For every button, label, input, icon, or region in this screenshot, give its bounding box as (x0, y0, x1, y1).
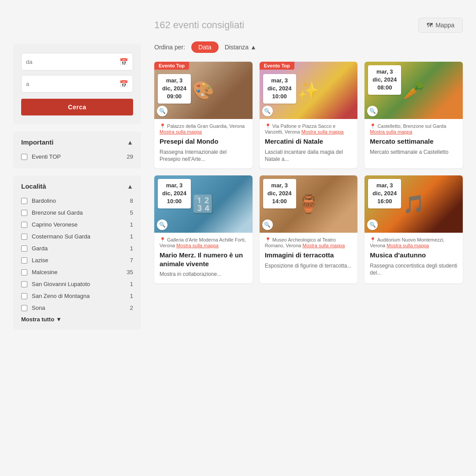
sort-distance-arrow-icon: ▲ (250, 44, 257, 51)
date-month-year: dic, 2024 (372, 190, 397, 197)
map-link[interactable]: Mostra sulla mappa (176, 243, 219, 248)
event-card[interactable]: mar, 3 dic, 2024 16:00 🔍 📍 Auditorium Nu… (364, 175, 463, 283)
filter-locality-item: Costermano Sul Garda 1 (21, 232, 133, 241)
main-content: 162 eventi consigliati 🗺 Mappa Ordina pe… (154, 18, 463, 458)
eventi-top-count: 29 (127, 153, 133, 160)
locality-label-8: San Zeno di Montagna (32, 293, 90, 299)
date-badge: mar, 3 dic, 2024 10:00 (158, 179, 191, 208)
event-card[interactable]: Evento Top mar, 3 dic, 2024 09:00 🔍 📍 Pa… (154, 62, 253, 168)
image-search-icon[interactable]: 🔍 (157, 106, 167, 116)
cerca-button[interactable]: Cerca (21, 99, 133, 115)
image-search-icon[interactable]: 🔍 (367, 106, 378, 116)
date-day: mar, 3 (268, 182, 292, 190)
date-from-field[interactable]: 📅 (21, 53, 133, 71)
date-time: 10:00 (268, 93, 292, 100)
map-link[interactable]: Mostra sulla mappa (370, 129, 412, 134)
sort-data-button[interactable]: Data (191, 41, 219, 53)
location-pin-icon: 📍 (265, 123, 271, 129)
localita-chevron[interactable]: ▲ (127, 183, 133, 190)
localita-title: Località (21, 182, 46, 190)
locality-count-3: 1 (130, 233, 133, 240)
sort-distance-label: Distanza (225, 44, 249, 51)
calendar-to-icon[interactable]: 📅 (119, 80, 128, 88)
card-image: mar, 3 dic, 2024 10:00 🔍 (154, 175, 253, 233)
card-title: Mario Merz. Il numero è un animale viven… (160, 251, 247, 268)
image-search-icon[interactable]: 🔍 (157, 219, 167, 230)
card-location: 📍 Palazzo della Gran Guardia, Verona Mos… (160, 123, 247, 134)
page-wrapper: 📅 📅 Cerca Importanti ▲ Eventi TOP (0, 0, 476, 476)
locality-count-7: 1 (130, 281, 133, 287)
filter-locality-item: Lazise 7 (21, 256, 133, 265)
card-description: Mercato settimanale a Castelletto (370, 149, 457, 156)
sort-distance-button[interactable]: Distanza ▲ (225, 44, 257, 51)
locality-count-9: 2 (130, 305, 133, 311)
card-description: Rassegna concertistica degli studenti de… (370, 262, 457, 277)
locality-list: Bardolino 8 Brenzone sul Garda 5 Caprino… (21, 196, 133, 312)
sort-label: Ordina per: (154, 44, 185, 51)
locality-count-0: 8 (130, 197, 133, 204)
map-link[interactable]: Mostra sulla mappa (160, 129, 202, 134)
location-pin-icon: 📍 (265, 237, 271, 242)
filter-locality-item: Garda 1 (21, 244, 133, 253)
date-to-field[interactable]: 📅 (21, 75, 133, 93)
card-body: 📍 Palazzo della Gran Guardia, Verona Mos… (154, 119, 253, 168)
card-body: 📍 Museo Archeologico al Teatro Romano, V… (260, 233, 358, 283)
locality-count-1: 5 (130, 209, 133, 216)
card-title: Immagini di terracotta (265, 251, 353, 260)
event-card[interactable]: mar, 3 dic, 2024 08:00 🔍 📍 Castelletto, … (364, 62, 463, 168)
map-link[interactable]: Mostra sulla mappa (387, 243, 429, 248)
locality-checkbox-5[interactable] (21, 257, 27, 264)
mostra-tutto-button[interactable]: Mostra tutto ▼ (21, 316, 133, 323)
main-header: 162 eventi consigliati 🗺 Mappa (154, 18, 463, 33)
locality-label-5: Lazise (32, 257, 48, 264)
locality-checkbox-7[interactable] (21, 281, 27, 287)
map-link[interactable]: Mostra sulla mappa (302, 243, 345, 248)
locality-count-4: 1 (130, 245, 133, 252)
date-to-input[interactable] (26, 81, 119, 87)
event-card[interactable]: mar, 3 dic, 2024 10:00 🔍 📍 Galleria d'Ar… (154, 175, 253, 283)
locality-checkbox-9[interactable] (21, 305, 27, 311)
mostra-tutto-label: Mostra tutto (21, 316, 54, 323)
locality-checkbox-3[interactable] (21, 234, 27, 240)
card-body: 📍 Castelletto, Brenzone sul Garda Mostra… (364, 119, 463, 168)
filter-locality-item: Caprino Veronese 1 (21, 220, 133, 229)
image-search-icon[interactable]: 🔍 (367, 219, 378, 230)
card-description: Mostra in collaborazione... (160, 271, 247, 278)
event-card[interactable]: Evento Top mar, 3 dic, 2024 10:00 🔍 📍 Vi… (260, 62, 358, 168)
date-filter-box: 📅 📅 Cerca (13, 44, 141, 124)
date-time: 10:00 (162, 197, 186, 205)
eventi-top-checkbox[interactable] (21, 154, 27, 160)
locality-label-1: Brenzone sul Garda (32, 209, 83, 216)
map-link[interactable]: Mostra sulla mappa (301, 129, 344, 134)
locality-checkbox-4[interactable] (21, 245, 27, 252)
locality-checkbox-6[interactable] (21, 269, 27, 275)
date-month-year: dic, 2024 (268, 190, 292, 197)
calendar-from-icon[interactable]: 📅 (119, 58, 128, 66)
sort-bar: Ordina per: Data Distanza ▲ (154, 41, 463, 53)
date-time: 14:00 (268, 197, 292, 205)
mostra-tutto-arrow-icon: ▼ (56, 316, 62, 323)
date-from-input[interactable] (26, 59, 119, 65)
card-body: 📍 Via Pallone e Piazza Sacco e Vanzetti,… (260, 119, 358, 168)
date-day: mar, 3 (162, 77, 186, 85)
eventi-top-label: Eventi TOP (32, 153, 61, 160)
filter-locality-item: Brenzone sul Garda 5 (21, 208, 133, 217)
localita-filter-section: Località ▲ Bardolino 8 Brenzone sul Gard… (13, 175, 141, 330)
locality-label-3: Costermano Sul Garda (32, 233, 90, 240)
image-search-icon[interactable]: 🔍 (262, 219, 273, 230)
card-location: 📍 Castelletto, Brenzone sul Garda Mostra… (370, 123, 457, 134)
main-layout: 📅 📅 Cerca Importanti ▲ Eventi TOP (13, 18, 463, 458)
image-search-icon[interactable]: 🔍 (262, 106, 273, 116)
filter-locality-item: San Giovanni Lupatoto 1 (21, 279, 133, 289)
locality-checkbox-8[interactable] (21, 293, 27, 299)
card-location: 📍 Galleria d'Arte Moderna Achille Forti,… (160, 237, 247, 248)
mappa-button[interactable]: 🗺 Mappa (418, 18, 463, 33)
location-pin-icon: 📍 (160, 237, 166, 242)
card-location: 📍 Museo Archeologico al Teatro Romano, V… (265, 237, 353, 248)
locality-checkbox-1[interactable] (21, 210, 27, 216)
importanti-chevron[interactable]: ▲ (127, 139, 133, 146)
event-card[interactable]: mar, 3 dic, 2024 14:00 🔍 📍 Museo Archeol… (260, 175, 358, 283)
locality-checkbox-0[interactable] (21, 198, 27, 204)
locality-checkbox-2[interactable] (21, 222, 27, 228)
location-pin-icon: 📍 (370, 123, 376, 129)
